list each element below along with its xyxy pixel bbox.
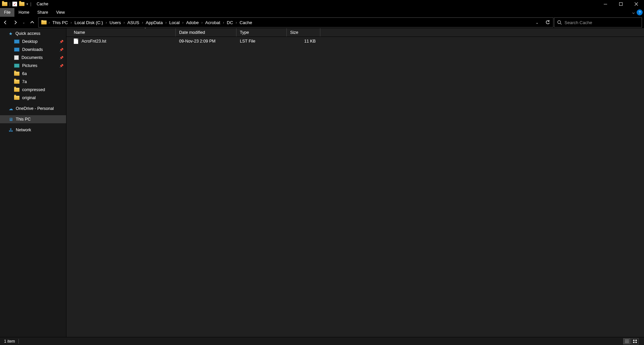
file-icon: [74, 39, 78, 44]
column-header-type[interactable]: Type: [236, 28, 287, 37]
breadcrumb-item[interactable]: Cache: [239, 20, 253, 25]
folder-icon: [14, 96, 19, 100]
breadcrumb-label: Cache: [239, 20, 252, 25]
ribbon-tab-share[interactable]: Share: [33, 8, 52, 17]
search-box[interactable]: [554, 17, 642, 27]
svg-rect-4: [635, 340, 637, 341]
chevron-right-icon[interactable]: ›: [201, 21, 203, 24]
column-header-date[interactable]: Date modified: [176, 28, 236, 37]
sidebar-this-pc[interactable]: 🖥 This PC: [0, 115, 66, 123]
sidebar-item-label: Quick access: [15, 31, 40, 36]
chevron-right-icon[interactable]: ›: [105, 21, 107, 24]
column-header-size[interactable]: Size: [287, 28, 320, 37]
view-mode-buttons: [623, 338, 640, 344]
chevron-right-icon[interactable]: ›: [182, 21, 184, 24]
sidebar-onedrive[interactable]: ☁ OneDrive - Personal: [0, 105, 66, 113]
pin-icon: 📌: [59, 56, 63, 60]
svg-rect-1: [620, 3, 623, 6]
title-bar: | ✓ ▾ | Cache: [0, 0, 644, 8]
breadcrumb-item[interactable]: Users: [109, 20, 122, 25]
file-date-cell: 09-Nov-23 2:09 PM: [176, 39, 236, 44]
sidebar-item-folder[interactable]: 6a: [0, 70, 66, 78]
properties-icon[interactable]: ✓: [12, 2, 17, 6]
ribbon-collapse-icon[interactable]: ⌵: [632, 10, 635, 15]
chevron-right-icon[interactable]: ›: [70, 21, 72, 24]
breadcrumb-item[interactable]: Local Disk (C:): [74, 20, 104, 25]
sidebar-item-label: 6a: [22, 71, 27, 76]
breadcrumb-label: This PC: [52, 20, 68, 25]
refresh-button[interactable]: [542, 17, 553, 27]
breadcrumb: › This PC › Local Disk (C:) › Users › AS…: [39, 20, 532, 25]
ribbon-tab-view[interactable]: View: [52, 8, 69, 17]
sidebar-item-folder[interactable]: compressed: [0, 86, 66, 94]
minimize-button[interactable]: [598, 0, 613, 8]
close-button[interactable]: [629, 0, 644, 8]
back-button[interactable]: [1, 17, 10, 27]
sidebar-item-label: Downloads: [22, 47, 43, 52]
window-title: Cache: [33, 2, 48, 6]
breadcrumb-item[interactable]: This PC: [52, 20, 68, 25]
column-headers: Name ˄ Date modified Type Size: [66, 28, 644, 37]
navigation-pane[interactable]: ★ Quick access Desktop 📌 Downloads 📌 Doc…: [0, 28, 66, 337]
breadcrumb-item[interactable]: Local: [169, 20, 180, 25]
file-list-pane: Name ˄ Date modified Type Size AcroFnt23…: [66, 28, 644, 337]
sidebar-item-pictures[interactable]: Pictures 📌: [0, 62, 66, 70]
divider: |: [9, 2, 10, 6]
svg-rect-5: [633, 342, 635, 343]
history-dropdown[interactable]: ⌄: [21, 17, 27, 27]
qat-dropdown-icon[interactable]: ▾: [26, 2, 28, 6]
svg-rect-3: [633, 340, 635, 341]
sidebar-item-folder[interactable]: 7a: [0, 78, 66, 86]
sidebar-item-folder[interactable]: original: [0, 94, 66, 102]
help-icon[interactable]: ?: [637, 9, 643, 15]
search-input[interactable]: [565, 20, 639, 25]
sidebar-item-label: 7a: [22, 79, 27, 84]
arrow-right-icon: [13, 20, 18, 25]
svg-rect-6: [635, 342, 637, 343]
folder-icon: [19, 2, 24, 6]
thumbnails-view-button[interactable]: [631, 338, 639, 344]
column-label: Name: [74, 30, 85, 35]
chevron-right-icon[interactable]: ›: [235, 21, 237, 24]
details-view-button[interactable]: [623, 338, 631, 344]
breadcrumb-label: AppData: [146, 20, 163, 25]
ribbon-tab-home[interactable]: Home: [14, 8, 33, 17]
sidebar-item-label: original: [22, 95, 36, 100]
ribbon-tabs: File Home Share View ⌵ ?: [0, 8, 644, 17]
ribbon-file-tab[interactable]: File: [0, 8, 14, 17]
divider: |: [30, 2, 31, 6]
svg-rect-0: [604, 4, 607, 4]
file-row[interactable]: AcroFnt23.lst 09-Nov-23 2:09 PM LST File…: [66, 37, 644, 46]
folder-icon: [14, 88, 19, 92]
breadcrumb-item[interactable]: AppData: [145, 20, 164, 25]
chevron-right-icon[interactable]: ›: [48, 21, 50, 24]
chevron-right-icon[interactable]: ›: [222, 21, 225, 24]
breadcrumb-item[interactable]: DC: [226, 20, 234, 25]
divider: [18, 339, 19, 344]
sidebar-item-downloads[interactable]: Downloads 📌: [0, 46, 66, 54]
folder-icon: [2, 2, 7, 6]
chevron-right-icon[interactable]: ›: [123, 21, 125, 24]
pc-icon: 🖥: [9, 117, 13, 122]
breadcrumb-item[interactable]: Adobe: [185, 20, 200, 25]
sidebar-item-documents[interactable]: Documents 📌: [0, 54, 66, 62]
breadcrumb-item[interactable]: ASUS: [127, 20, 140, 25]
chevron-down-icon: ⌄: [22, 21, 25, 24]
sidebar-item-desktop[interactable]: Desktop 📌: [0, 38, 66, 46]
forward-button[interactable]: [11, 17, 20, 27]
maximize-button[interactable]: [613, 0, 629, 8]
file-rows[interactable]: AcroFnt23.lst 09-Nov-23 2:09 PM LST File…: [66, 37, 644, 337]
address-history-button[interactable]: ⌄: [532, 17, 542, 27]
column-header-name[interactable]: Name ˄: [66, 28, 176, 37]
address-bar[interactable]: › This PC › Local Disk (C:) › Users › AS…: [38, 17, 553, 27]
chevron-right-icon[interactable]: ›: [141, 21, 144, 24]
chevron-right-icon[interactable]: ›: [165, 21, 167, 24]
up-button[interactable]: [28, 17, 37, 27]
arrow-up-icon: [30, 20, 35, 25]
sidebar-network[interactable]: 🖧 Network: [0, 126, 66, 134]
sidebar-quick-access[interactable]: ★ Quick access: [0, 29, 66, 38]
sidebar-item-label: Network: [16, 128, 31, 132]
folder-icon: [14, 72, 19, 76]
breadcrumb-item[interactable]: Acrobat: [205, 20, 221, 25]
pictures-icon: [14, 64, 19, 68]
